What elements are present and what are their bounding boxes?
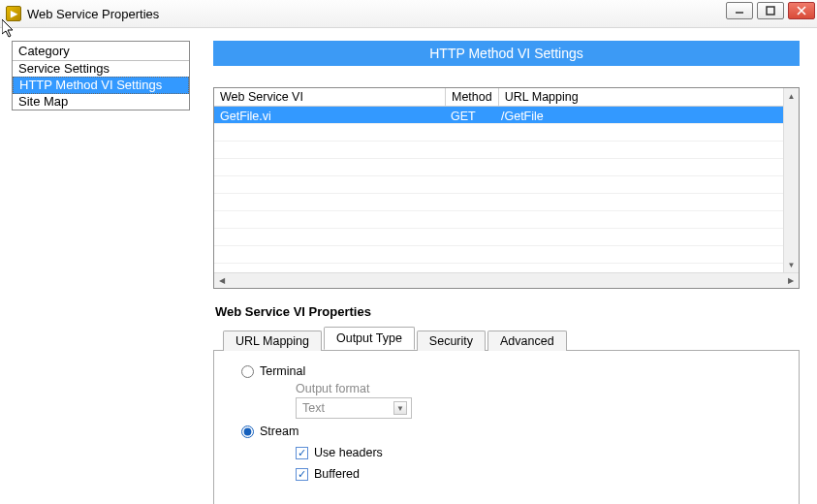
category-header: Category: [13, 42, 189, 61]
sidebar-item-http-method-vi-settings[interactable]: HTTP Method VI Settings: [13, 77, 189, 94]
category-list: Category Service Settings HTTP Method VI…: [12, 41, 190, 110]
buffered-label: Buffered: [314, 467, 360, 481]
radio-terminal-row[interactable]: Terminal: [241, 364, 779, 378]
table-vertical-scrollbar[interactable]: ▲ ▼: [783, 88, 799, 272]
radio-terminal[interactable]: [241, 365, 254, 378]
buffered-checkbox[interactable]: ✓: [296, 468, 308, 481]
tab-security[interactable]: Security: [417, 331, 486, 351]
main-panel: HTTP Method VI Settings Web Service VI M…: [194, 28, 817, 504]
scroll-right-icon[interactable]: ▶: [783, 273, 799, 288]
vi-table: Web Service VI Method URL Mapping GetFil…: [213, 87, 800, 289]
use-headers-checkbox[interactable]: ✓: [296, 447, 308, 459]
minimize-button[interactable]: [726, 2, 753, 19]
radio-stream-row[interactable]: Stream: [241, 425, 779, 438]
svg-marker-4: [2, 19, 13, 37]
chevron-down-icon: ▼: [393, 401, 407, 415]
window-title: Web Service Properties: [27, 7, 159, 21]
svg-rect-1: [767, 7, 774, 15]
col-header-url[interactable]: URL Mapping: [498, 88, 783, 106]
scroll-down-icon[interactable]: ▼: [784, 257, 799, 272]
titlebar: ▶ Web Service Properties: [0, 0, 817, 28]
use-headers-row[interactable]: ✓ Use headers: [296, 446, 779, 459]
window-controls: [726, 2, 815, 19]
tab-output-type[interactable]: Output Type: [324, 327, 415, 350]
output-format-value: Text: [302, 401, 325, 415]
output-format-select: Text ▼: [296, 397, 412, 419]
table-row[interactable]: GetFile.vi GET /GetFile: [214, 107, 783, 123]
tab-panel-output-type: Terminal Output format Text ▼ Stream ✓ U…: [213, 351, 800, 504]
output-format-label: Output format: [296, 382, 779, 395]
close-button[interactable]: [788, 2, 815, 19]
sidebar: Category Service Settings HTTP Method VI…: [0, 28, 194, 504]
tab-advanced[interactable]: Advanced: [487, 331, 567, 351]
radio-terminal-label: Terminal: [260, 364, 305, 378]
sidebar-item-service-settings[interactable]: Service Settings: [13, 61, 189, 77]
sidebar-item-site-map[interactable]: Site Map: [13, 94, 189, 110]
col-header-vi[interactable]: Web Service VI: [214, 88, 445, 106]
table-header-row: Web Service VI Method URL Mapping: [214, 88, 783, 107]
page-title: HTTP Method VI Settings: [213, 41, 800, 66]
table-horizontal-scrollbar[interactable]: ◀ ▶: [214, 272, 799, 288]
maximize-button[interactable]: [757, 2, 784, 19]
tabbar: URL Mapping Output Type Security Advance…: [213, 327, 800, 351]
content-area: Category Service Settings HTTP Method VI…: [0, 28, 817, 504]
cursor-icon: [2, 19, 16, 39]
radio-stream-label: Stream: [260, 425, 299, 438]
col-header-method[interactable]: Method: [445, 88, 498, 106]
scroll-left-icon[interactable]: ◀: [214, 273, 230, 288]
cell-vi: GetFile.vi: [214, 107, 445, 123]
properties-heading: Web Service VI Properties: [215, 304, 800, 319]
use-headers-label: Use headers: [314, 446, 383, 459]
radio-stream[interactable]: [241, 425, 254, 438]
scroll-up-icon[interactable]: ▲: [784, 88, 799, 104]
table-rows: GetFile.vi GET /GetFile: [214, 107, 783, 272]
cell-method: GET: [445, 107, 495, 123]
tab-url-mapping[interactable]: URL Mapping: [223, 331, 322, 351]
buffered-row[interactable]: ✓ Buffered: [296, 467, 779, 481]
cell-url: /GetFile: [495, 107, 783, 123]
